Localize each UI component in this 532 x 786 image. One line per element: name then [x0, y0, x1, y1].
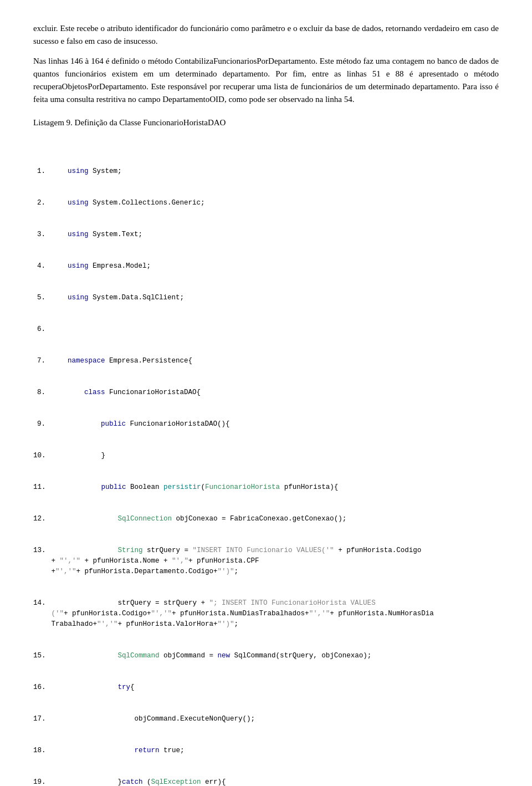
code-line-12: 12. SqlConnection objConexao = FabricaCo… — [33, 514, 499, 524]
paragraph-2: Nas linhas 146 à 164 é definido o método… — [33, 55, 499, 106]
listing-title: Listagem 9. Definição da Classe Funciona… — [33, 116, 499, 129]
code-line-2: 2. using System.Collections.Generic; — [33, 198, 499, 208]
code-line-19: 19. }catch (SqlException err){ — [33, 777, 499, 786]
code-line-3: 3. using System.Text; — [33, 229, 499, 240]
code-line-6: 6. — [33, 324, 499, 335]
code-block: 1. using System; 2. using System.Collect… — [33, 132, 499, 786]
code-line-8: 8. class FuncionarioHoristaDAO{ — [33, 387, 499, 398]
code-line-14: 14. strQuery = strQuery + "; INSERT INTO… — [33, 598, 499, 630]
code-line-17: 17. objCommand.ExecuteNonQuery(); — [33, 714, 499, 724]
code-line-10: 10. } — [33, 451, 499, 461]
code-line-16: 16. try{ — [33, 682, 499, 693]
code-line-11: 11. public Boolean persistir(Funcionario… — [33, 482, 499, 493]
code-line-13: 13. String strQuery = "INSERT INTO Funci… — [33, 545, 499, 577]
code-line-15: 15. SqlCommand objCommand = new SqlComma… — [33, 651, 499, 661]
paragraph-1: excluir. Este recebe o atributo identifi… — [33, 22, 499, 48]
code-line-1: 1. using System; — [33, 166, 499, 177]
code-line-5: 5. using System.Data.SqlClient; — [33, 293, 499, 303]
code-line-9: 9. public FuncionarioHoristaDAO(){ — [33, 419, 499, 430]
code-line-18: 18. return true; — [33, 746, 499, 756]
code-line-7: 7. namespace Empresa.Persistence{ — [33, 356, 499, 366]
code-line-4: 4. using Empresa.Model; — [33, 261, 499, 272]
